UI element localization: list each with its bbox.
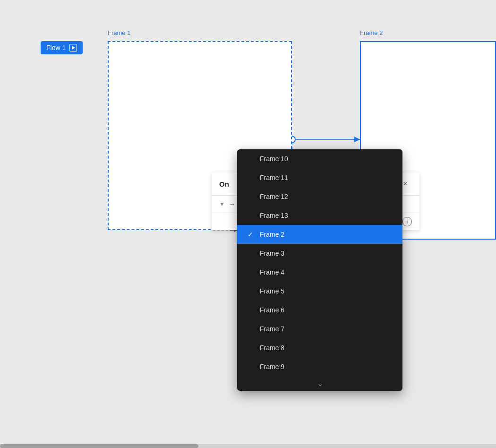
dropdown-item-frame4[interactable]: Frame 4: [237, 263, 402, 282]
dropdown-label-frame10: Frame 10: [260, 155, 288, 163]
dropdown-label-frame9: Frame 9: [260, 363, 284, 370]
dropdown-label-frame3: Frame 3: [260, 250, 284, 257]
dropdown-item-frame7[interactable]: Frame 7: [237, 319, 402, 338]
dropdown-item-frame3[interactable]: Frame 3: [237, 244, 402, 263]
canvas: Frame 1 Flow 1 Frame 2 On × ▼ → i Frame …: [0, 0, 496, 448]
frame2-label: Frame 2: [360, 29, 383, 36]
dropdown-label-frame11: Frame 11: [260, 174, 288, 181]
panel-nav-arrow: ▼: [219, 201, 225, 207]
flow1-text: Flow 1: [46, 44, 66, 52]
dropdown-label-frame2: Frame 2: [260, 231, 284, 238]
dropdown-item-frame6[interactable]: Frame 6: [237, 301, 402, 319]
dropdown-item-frame12[interactable]: Frame 12: [237, 187, 402, 206]
dropdown-item-frame11[interactable]: Frame 11: [237, 168, 402, 187]
dropdown-item-frame13[interactable]: Frame 13: [237, 206, 402, 225]
play-icon: [69, 44, 77, 52]
dropdown-item-frame5[interactable]: Frame 5: [237, 282, 402, 301]
flow1-badge[interactable]: Flow 1: [41, 41, 83, 54]
horizontal-scrollbar[interactable]: [0, 444, 496, 448]
info-icon[interactable]: i: [402, 217, 412, 226]
dropdown-label-frame13: Frame 13: [260, 212, 288, 219]
dropdown-more-indicator: ⌄: [237, 376, 402, 391]
dropdown-label-frame5: Frame 5: [260, 287, 284, 295]
panel-direction-arrow: →: [229, 200, 235, 208]
dropdown-item-frame9[interactable]: Frame 9: [237, 357, 402, 376]
dropdown-label-frame8: Frame 8: [260, 344, 284, 352]
dropdown-item-frame2[interactable]: ✓ Frame 2: [237, 225, 402, 244]
svg-marker-2: [354, 137, 360, 142]
dropdown-item-frame8[interactable]: Frame 8: [237, 338, 402, 357]
dropdown-item-frame10[interactable]: Frame 10: [237, 149, 402, 168]
dropdown-label-frame12: Frame 12: [260, 193, 288, 200]
check-icon: ✓: [247, 231, 254, 238]
frame1-label: Frame 1: [108, 29, 130, 36]
dropdown-label-frame4: Frame 4: [260, 268, 284, 276]
panel-title: On: [219, 180, 229, 188]
frame-dropdown[interactable]: Frame 10 Frame 11 Frame 12 Frame 13 ✓ Fr…: [237, 149, 402, 391]
scrollbar-thumb[interactable]: [0, 444, 198, 448]
dropdown-label-frame6: Frame 6: [260, 306, 284, 314]
dropdown-label-frame7: Frame 7: [260, 325, 284, 333]
